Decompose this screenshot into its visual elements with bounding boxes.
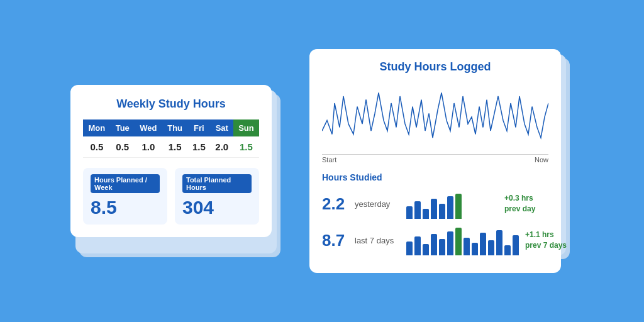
stat-total-value: 304 — [182, 197, 252, 218]
bar7-8 — [464, 238, 470, 255]
left-card-title: Weekly Study Hours — [83, 97, 259, 111]
bar7-1 — [406, 242, 413, 255]
col-wed: Wed — [135, 119, 162, 136]
stat-weekly-value: 8.5 — [91, 197, 160, 218]
bar7-3 — [423, 244, 429, 255]
val-thu: 1.5 — [162, 136, 187, 158]
stat-box-total: Total Planned Hours 304 — [175, 168, 259, 225]
last7-value: 8.7 — [322, 231, 348, 250]
col-tue: Tue — [111, 119, 135, 136]
val-sun: 1.5 — [233, 136, 259, 158]
yesterday-period: yesterday — [355, 199, 400, 209]
bar7-11 — [488, 240, 494, 255]
bar-6 — [447, 196, 453, 219]
line-chart-area — [322, 82, 548, 152]
last7-bar-chart — [406, 225, 519, 255]
right-card-title: Study Hours Logged — [322, 60, 548, 74]
bar7-7-green — [455, 228, 462, 255]
bar7-12 — [496, 230, 502, 255]
left-card-wrapper: Weekly Study Hours Mon Tue Wed Thu Fri S… — [70, 85, 284, 237]
col-mon: Mon — [83, 119, 111, 136]
last7-delta: +1.1 hrsprev 7 days — [525, 230, 569, 251]
bar-4 — [431, 199, 437, 219]
yesterday-value: 2.2 — [322, 194, 348, 214]
bar7-13 — [504, 245, 511, 255]
line-chart-svg — [322, 82, 548, 152]
val-tue: 0.5 — [111, 136, 135, 158]
yesterday-bar-chart — [406, 189, 498, 219]
col-fri: Fri — [187, 119, 210, 136]
bar-5 — [439, 204, 445, 219]
last7-period: last 7 days — [355, 236, 400, 245]
stat-total-label: Total Planned Hours — [182, 174, 252, 193]
hours-studied-title: Hours Studied — [322, 172, 548, 182]
col-sat: Sat — [211, 119, 233, 136]
chart-label-now: Now — [535, 156, 548, 164]
yesterday-row: 2.2 yesterday +0.3 hrsprev day — [322, 189, 548, 219]
bar7-10 — [480, 233, 486, 255]
left-card: Weekly Study Hours Mon Tue Wed Thu Fri S… — [70, 85, 272, 237]
right-card-wrapper: Study Hours Logged Start Now Hours Studi… — [309, 49, 574, 273]
schedule-table: Mon Tue Wed Thu Fri Sat Sun 0.5 0.5 1.0 … — [83, 119, 259, 158]
bar-2 — [414, 201, 421, 219]
right-card: Study Hours Logged Start Now Hours Studi… — [309, 49, 561, 273]
stat-weekly-label: Hours Planned / Week — [91, 174, 160, 193]
bar-1 — [406, 206, 413, 219]
bar7-4 — [431, 234, 437, 255]
col-sun: Sun — [233, 119, 259, 136]
val-mon: 0.5 — [83, 136, 111, 158]
stat-box-weekly: Hours Planned / Week 8.5 — [83, 168, 167, 225]
val-fri: 1.5 — [187, 136, 210, 158]
bar7-6 — [447, 231, 453, 255]
chart-labels: Start Now — [322, 154, 548, 164]
table-header-row: Mon Tue Wed Thu Fri Sat Sun — [83, 119, 259, 136]
bar7-5 — [439, 239, 445, 255]
last7-row: 8.7 last 7 days +1.1 hrsprev 7 days — [322, 225, 548, 255]
val-sat: 2.0 — [211, 136, 233, 158]
bar7-14 — [513, 235, 519, 255]
bar7-2 — [414, 236, 421, 255]
table-data-row: 0.5 0.5 1.0 1.5 1.5 2.0 1.5 — [83, 136, 259, 158]
chart-label-start: Start — [322, 156, 336, 164]
bar-3 — [423, 209, 429, 219]
bar7-9 — [472, 243, 478, 255]
stats-row: Hours Planned / Week 8.5 Total Planned H… — [83, 168, 259, 225]
bar-7-green — [455, 194, 462, 219]
col-thu: Thu — [162, 119, 187, 136]
yesterday-delta: +0.3 hrsprev day — [504, 193, 548, 214]
val-wed: 1.0 — [135, 136, 162, 158]
